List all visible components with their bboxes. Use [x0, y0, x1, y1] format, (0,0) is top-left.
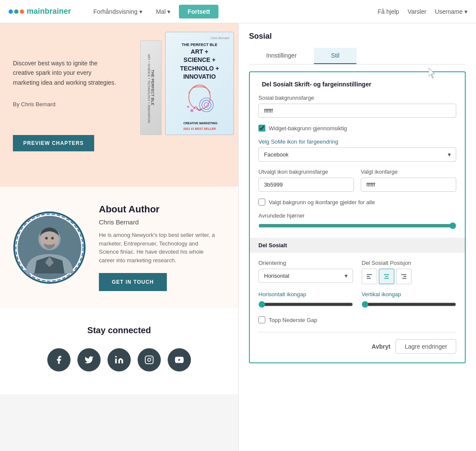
- author-section: About Author Chris Bernard He is among N…: [0, 187, 238, 308]
- icon-color-input[interactable]: [361, 178, 456, 192]
- svg-marker-18: [429, 68, 435, 78]
- some-icon-select-wrapper: Facebook Twitter LinkedIn Instagram YouT…: [258, 147, 456, 162]
- chevron-down-icon: ▾: [167, 8, 170, 15]
- nav-mal[interactable]: Mal ▾: [151, 6, 176, 18]
- svg-rect-27: [402, 278, 407, 279]
- social-icons: [13, 348, 225, 371]
- cursor-arrow: [429, 68, 439, 78]
- svg-point-2: [202, 100, 211, 109]
- nav-alerts[interactable]: Varsler: [408, 8, 426, 15]
- twitter-icon[interactable]: [77, 348, 101, 371]
- h-gap-label: Horisontalt ikongap: [258, 291, 353, 298]
- widget-bg-label: Widget-bakgrunn gjennomsiktig: [269, 125, 347, 132]
- topp-checkbox[interactable]: [258, 316, 265, 323]
- svg-rect-22: [384, 274, 389, 275]
- orientering-label: Orientering: [258, 260, 353, 266]
- icon-bg-input[interactable]: [258, 178, 354, 192]
- v-gap-col: Vertikal ikongap: [362, 291, 456, 310]
- nav-username[interactable]: Username ▾: [435, 8, 467, 15]
- chevron-down-icon: ▾: [139, 8, 142, 15]
- right-panel: Sosial Innstillinger Stil Del Sosialt Sk…: [238, 23, 476, 451]
- rounded-slider-container: Avrundede hjørner: [258, 212, 456, 231]
- author-bio: He is among Newyork's top best seller wr…: [99, 231, 219, 264]
- navbar: mainbrainer Forhåndsvisning ▾ Mal ▾ Fort…: [0, 0, 476, 23]
- svg-rect-23: [385, 276, 388, 277]
- icon-bg-col: Utvalgt ikon bakgrunnsfarge: [258, 169, 354, 192]
- some-icon-select[interactable]: Facebook Twitter LinkedIn Instagram YouT…: [258, 147, 456, 162]
- social-title: Stay connected: [13, 325, 225, 335]
- svg-rect-20: [367, 276, 370, 277]
- instagram-icon[interactable]: [138, 348, 161, 371]
- icon-color-col: Valgt ikonfarge: [361, 169, 456, 192]
- apply-all-label: Valgt bakgrunn og ikonfarge gjelder for …: [269, 199, 375, 206]
- tab-innstillinger[interactable]: Innstillinger: [249, 48, 314, 64]
- hero-text: Discover best ways to ignite the creativ…: [13, 58, 116, 151]
- author-avatar-svg: [13, 211, 86, 284]
- social-section: Stay connected: [0, 308, 238, 394]
- h-gap-slider[interactable]: [258, 301, 353, 308]
- linkedin-icon[interactable]: [107, 348, 131, 371]
- bottom-actions: Avbryt Lagre endringer: [258, 332, 456, 354]
- svg-point-14: [115, 356, 117, 358]
- widget-bg-checkbox[interactable]: [258, 125, 265, 132]
- preview-chapters-button[interactable]: PREVIEW CHAPTERS: [13, 135, 94, 151]
- pos-center-button[interactable]: [379, 269, 394, 284]
- svg-rect-24: [384, 278, 389, 279]
- logo[interactable]: mainbrainer: [9, 7, 71, 16]
- apply-all-row: Valgt bakgrunn og ikonfarge gjelder for …: [258, 199, 456, 206]
- bg-color-group: Sosial bakgrunnsfarge: [258, 95, 456, 118]
- topp-row: Topp Nederste Gap: [258, 316, 456, 323]
- orientering-posisjon-row: Orientering Horisontal Vertikal ▼ Del So…: [258, 260, 456, 284]
- orientering-select[interactable]: Horisontal Vertikal: [258, 269, 353, 283]
- panel-title: Sosial: [249, 32, 466, 41]
- pos-left-button[interactable]: [362, 269, 377, 284]
- logo-accent: brainer: [45, 7, 71, 15]
- some-icon-label: Velg SoMe ikon for fargeendring: [258, 138, 456, 145]
- pos-right-button[interactable]: [396, 269, 412, 284]
- bg-color-input[interactable]: [258, 104, 456, 118]
- main-layout: Discover best ways to ignite the creativ…: [0, 23, 476, 451]
- logo-text: mainbrainer: [27, 7, 71, 16]
- cancel-button[interactable]: Avbryt: [372, 339, 390, 354]
- tab-stil[interactable]: Stil: [314, 48, 356, 64]
- svg-rect-15: [145, 356, 153, 364]
- posisjon-col: Del Sosialt Posisjon: [362, 260, 456, 284]
- svg-point-4: [190, 109, 193, 112]
- apply-all-checkbox[interactable]: [258, 199, 265, 206]
- logo-dot-orange: [20, 9, 24, 14]
- save-button[interactable]: Lagre endringer: [396, 339, 456, 354]
- bg-color-label: Sosial bakgrunnsfarge: [258, 95, 456, 101]
- v-gap-label: Vertikal ikongap: [362, 291, 456, 298]
- gap-sliders: Horisontalt ikongap Vertikal ikongap: [258, 291, 456, 310]
- del-sosialt-title: Del Sosialt: [258, 242, 287, 249]
- svg-point-11: [45, 237, 48, 239]
- logo-circles: [9, 9, 24, 14]
- chevron-down-icon: ▾: [464, 8, 467, 15]
- del-sosialt-divider: Del Sosialt: [250, 238, 465, 253]
- author-avatar-container: [13, 211, 86, 284]
- svg-rect-13: [115, 359, 117, 363]
- hero-author: By Chris Bernard: [13, 100, 116, 109]
- rounded-slider[interactable]: [258, 222, 456, 229]
- book-spine: THE PERFECT BLE ART + SCIENCE + TECHNOLO…: [140, 40, 162, 135]
- nav-help[interactable]: Få hjelp: [378, 8, 399, 15]
- nav-links: Forhåndsvisning ▾ Mal ▾ Fortsett: [88, 5, 378, 18]
- svg-rect-19: [367, 274, 372, 275]
- author-info: About Author Chris Bernard He is among N…: [99, 204, 225, 291]
- svg-point-12: [51, 237, 54, 239]
- h-gap-col: Horisontalt ikongap: [258, 291, 353, 310]
- get-in-touch-button[interactable]: GET IN TOUCH: [99, 273, 167, 291]
- svg-point-16: [151, 357, 152, 358]
- settings-section-skrift: Del Sosialt Skrift- og fargeinnstillinge…: [258, 81, 456, 88]
- orientering-select-wrapper: Horisontal Vertikal ▼: [258, 269, 353, 283]
- rounded-label: Avrundede hjørner: [258, 212, 456, 219]
- youtube-icon[interactable]: [168, 348, 191, 371]
- logo-dot-teal: [14, 9, 18, 14]
- v-gap-slider[interactable]: [362, 301, 456, 308]
- some-icon-group: Velg SoMe ikon for fargeendring Facebook…: [258, 138, 456, 162]
- facebook-icon[interactable]: [47, 348, 71, 371]
- continue-button[interactable]: Fortsett: [179, 5, 218, 18]
- logo-dot-blue: [9, 9, 13, 14]
- logo-main: main: [27, 7, 45, 15]
- nav-preview[interactable]: Forhåndsvisning ▾: [88, 6, 147, 18]
